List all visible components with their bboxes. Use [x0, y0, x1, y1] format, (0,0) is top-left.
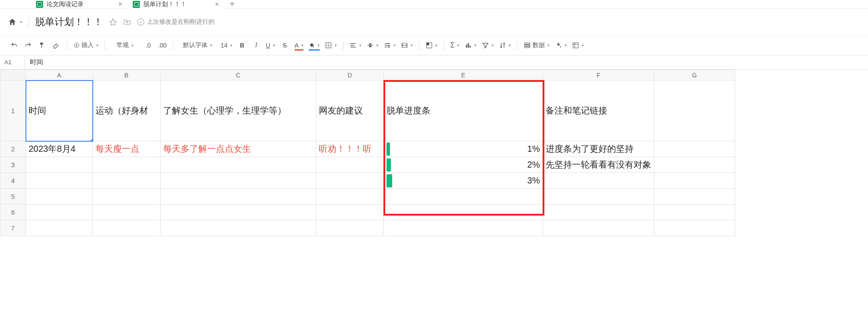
row-header[interactable]: 3	[0, 157, 26, 173]
cell[interactable]	[160, 173, 316, 189]
cell[interactable]	[384, 220, 543, 236]
formula-input[interactable]: 时间	[25, 55, 868, 69]
cell[interactable]: 1%	[384, 141, 543, 157]
increase-decimal-button[interactable]: .00	[156, 39, 168, 51]
cell[interactable]	[316, 220, 384, 236]
cell[interactable]	[654, 189, 735, 205]
row-header[interactable]: 2	[0, 141, 26, 157]
format-painter-button[interactable]	[36, 39, 48, 51]
cell[interactable]	[93, 205, 160, 220]
data-button[interactable]: 数据 ▾	[522, 39, 551, 51]
cell[interactable]	[316, 173, 384, 189]
cell[interactable]	[543, 173, 654, 189]
chart-button[interactable]: ▾	[463, 39, 478, 51]
add-tab-button[interactable]: +	[224, 0, 240, 9]
font-family-dropdown[interactable]: 默认字体 ▾	[178, 39, 217, 51]
column-header[interactable]: F	[543, 70, 654, 81]
close-icon[interactable]: ×	[118, 0, 122, 8]
cell[interactable]	[160, 189, 316, 205]
cell[interactable]	[654, 205, 735, 220]
decrease-decimal-button[interactable]: .0	[142, 39, 154, 51]
sort-button[interactable]: ▾	[497, 39, 513, 51]
cell[interactable]: 2%	[384, 157, 543, 173]
tab-item[interactable]: 论文阅读记录 ×	[31, 0, 128, 9]
smart-toolbox-button[interactable]: ▾	[553, 39, 569, 51]
filter-button[interactable]: ▾	[480, 39, 496, 51]
column-header[interactable]: B	[93, 70, 160, 81]
star-button[interactable]	[109, 18, 117, 26]
cell[interactable]	[160, 157, 316, 173]
cell[interactable]: 3%	[384, 173, 543, 189]
close-icon[interactable]: ×	[215, 0, 219, 8]
cell[interactable]	[26, 220, 93, 236]
v-align-button[interactable]: ▾	[365, 39, 380, 51]
cell[interactable]	[384, 189, 543, 205]
cell[interactable]	[93, 157, 160, 173]
row-header[interactable]: 1	[0, 81, 26, 141]
cell[interactable]	[93, 173, 160, 189]
cell[interactable]: 每天多了解一点点女生	[160, 141, 316, 157]
document-title[interactable]: 脱单计划！！！	[35, 15, 103, 29]
h-align-button[interactable]: ▾	[348, 39, 363, 51]
merge-cells-button[interactable]: ▾	[399, 39, 415, 51]
cell[interactable]	[93, 189, 160, 205]
cell[interactable]	[654, 81, 735, 141]
cell[interactable]: 听劝！！！听	[316, 141, 384, 157]
column-header[interactable]: G	[654, 70, 735, 81]
cell[interactable]	[26, 205, 93, 220]
redo-button[interactable]	[22, 39, 34, 51]
clear-format-button[interactable]	[50, 39, 62, 51]
cell[interactable]	[384, 205, 543, 220]
cell[interactable]	[543, 189, 654, 205]
tab-item[interactable]: 脱单计划！！！ ×	[128, 0, 224, 9]
cell[interactable]: 备注和笔记链接	[543, 81, 654, 141]
underline-button[interactable]: U▾	[264, 39, 277, 51]
move-to-folder-button[interactable]	[123, 18, 131, 26]
cell[interactable]	[26, 157, 93, 173]
undo-button[interactable]	[8, 39, 20, 51]
column-header[interactable]: D	[316, 70, 384, 81]
bold-button[interactable]: B	[236, 39, 248, 51]
cell[interactable]	[26, 189, 93, 205]
cell[interactable]: 每天瘦一点	[93, 141, 160, 157]
cell[interactable]: 脱单进度条	[384, 81, 543, 141]
cell[interactable]: 2023年8月4	[26, 141, 93, 157]
cell[interactable]: 网友的建议	[316, 81, 384, 141]
text-color-button[interactable]: A▾	[293, 39, 305, 51]
conditional-format-button[interactable]: ▾	[424, 39, 439, 51]
cell[interactable]	[543, 205, 654, 220]
cell[interactable]	[160, 205, 316, 220]
cell[interactable]: 了解女生（心理学，生理学等）	[160, 81, 316, 141]
cell[interactable]	[654, 157, 735, 173]
cell[interactable]	[654, 220, 735, 236]
row-header[interactable]: 7	[0, 220, 26, 236]
column-header[interactable]: A	[26, 70, 93, 81]
autosum-button[interactable]: Σ▾	[449, 39, 461, 51]
cell[interactable]: 先坚持一轮看看有没有对象	[543, 157, 654, 173]
italic-button[interactable]: I	[250, 39, 263, 51]
home-button[interactable]: ▾	[8, 18, 22, 26]
row-header[interactable]: 4	[0, 173, 26, 189]
font-size-dropdown[interactable]: 14 ▾	[219, 39, 234, 51]
cell[interactable]: 运动（好身材	[93, 81, 160, 141]
column-header[interactable]: E	[384, 70, 543, 81]
strikethrough-button[interactable]: S	[279, 39, 291, 51]
insert-button[interactable]: 插入 ▾	[72, 39, 100, 51]
borders-button[interactable]: ▾	[323, 39, 339, 51]
cell[interactable]	[654, 141, 735, 157]
select-all-corner[interactable]	[0, 70, 26, 81]
cell[interactable]	[26, 173, 93, 189]
wrap-text-button[interactable]: ▾	[382, 39, 398, 51]
cell[interactable]	[316, 205, 384, 220]
cell[interactable]	[316, 157, 384, 173]
column-header[interactable]: C	[160, 70, 316, 81]
cell[interactable]	[543, 220, 654, 236]
cell[interactable]	[93, 220, 160, 236]
row-header[interactable]: 5	[0, 189, 26, 205]
number-format-dropdown[interactable]: 常规 ▾	[109, 39, 140, 51]
cell[interactable]	[316, 189, 384, 205]
row-header[interactable]: 6	[0, 205, 26, 220]
cell[interactable]	[160, 220, 316, 236]
name-box[interactable]: A1	[0, 55, 25, 69]
cell[interactable]: 时间	[26, 81, 93, 141]
